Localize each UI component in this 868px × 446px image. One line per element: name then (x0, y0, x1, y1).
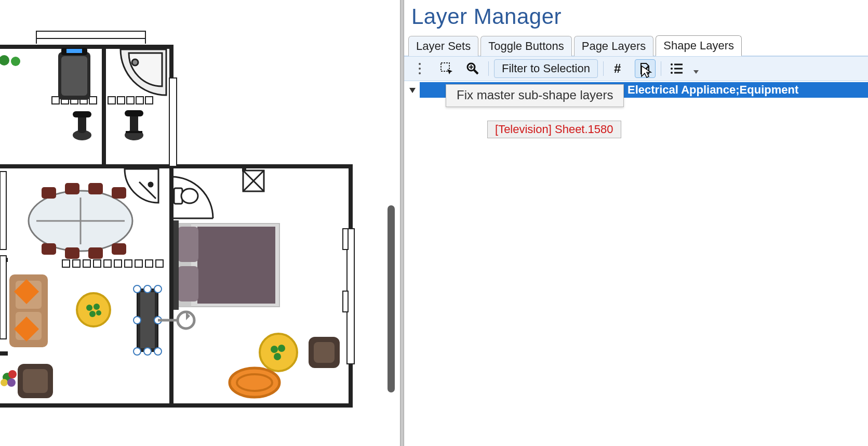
rug-round-yellow-shape (77, 293, 110, 326)
svg-rect-100 (314, 342, 335, 363)
svg-point-84 (1, 379, 8, 386)
dining-set-shape (29, 183, 132, 259)
toolbar-separator (603, 61, 604, 76)
tab-strip: Layer Sets Toggle Buttons Page Layers Sh… (404, 33, 868, 56)
svg-point-27 (149, 182, 153, 187)
svg-rect-103 (343, 229, 348, 250)
canvas-scrollbar-vertical[interactable] (388, 205, 395, 392)
svg-rect-18 (73, 260, 80, 267)
list-icon[interactable] (666, 59, 687, 78)
grip-vertical-icon[interactable] (410, 59, 431, 78)
shape-layers-tree[interactable]: Electrical Appliance;Equipment Fix maste… (404, 81, 868, 446)
tab-layer-sets[interactable]: Layer Sets (408, 36, 478, 56)
svg-rect-11 (89, 97, 97, 104)
fix-master-icon[interactable] (635, 59, 656, 78)
svg-rect-45 (125, 110, 143, 116)
svg-rect-0 (36, 31, 145, 38)
exercise-bike-shape (73, 111, 91, 140)
select-shapes-icon[interactable] (436, 59, 457, 78)
svg-point-72 (133, 348, 141, 355)
svg-rect-104 (343, 291, 348, 312)
dropdown-icon[interactable] (693, 70, 699, 74)
svg-rect-25 (145, 260, 153, 267)
svg-rect-81 (23, 369, 48, 393)
svg-text:#: # (614, 62, 621, 75)
tree-row-child[interactable]: [Television] Sheet.1580 (487, 121, 621, 138)
svg-rect-3 (0, 172, 6, 250)
svg-point-117 (671, 63, 673, 65)
svg-rect-37 (61, 56, 87, 96)
svg-rect-15 (136, 97, 143, 104)
svg-rect-92 (178, 266, 198, 301)
tab-shape-layers[interactable]: Shape Layers (656, 35, 742, 56)
tab-page-layers[interactable]: Page Layers (574, 36, 654, 56)
filter-to-selection-button[interactable]: Filter to Selection (494, 59, 598, 78)
bracket-close: ] (549, 123, 552, 136)
svg-rect-12 (108, 97, 115, 104)
svg-rect-42 (73, 111, 91, 117)
plant-shape (11, 57, 20, 66)
drawing-canvas[interactable] (0, 0, 400, 446)
svg-point-106 (419, 68, 421, 70)
svg-rect-20 (94, 260, 101, 267)
svg-point-74 (144, 285, 151, 293)
svg-rect-4 (0, 256, 6, 339)
child-master-name: Television (498, 123, 549, 136)
layer-manager-panel: Layer Manager Layer Sets Toggle Buttons … (404, 0, 868, 446)
svg-rect-51 (65, 183, 79, 194)
sofa-shape (9, 274, 48, 347)
svg-point-66 (89, 311, 96, 317)
svg-point-95 (260, 334, 297, 371)
svg-point-105 (419, 63, 421, 65)
tab-toggle-buttons[interactable]: Toggle Buttons (480, 36, 572, 56)
svg-rect-69 (140, 292, 155, 348)
svg-rect-52 (88, 183, 103, 194)
svg-rect-55 (65, 247, 79, 259)
treadmill-shape (58, 48, 90, 100)
exercise-bike-shape (125, 110, 143, 140)
svg-rect-21 (104, 260, 111, 267)
svg-point-35 (132, 59, 138, 65)
svg-rect-16 (145, 97, 153, 104)
svg-rect-90 (197, 227, 275, 304)
rug-round-yellow-shape (260, 334, 297, 371)
pane-divider[interactable] (400, 0, 404, 446)
hash-icon[interactable]: # (609, 59, 630, 78)
svg-rect-1 (169, 78, 177, 166)
selected-layer-label: Electrical Appliance;Equipment (627, 83, 798, 97)
svg-rect-17 (62, 260, 70, 267)
svg-rect-26 (156, 260, 163, 267)
svg-rect-56 (88, 247, 103, 259)
svg-rect-57 (112, 243, 126, 255)
svg-point-75 (144, 348, 151, 355)
svg-rect-93 (173, 220, 179, 310)
bed-shape (173, 220, 279, 310)
collapse-toggle-icon[interactable] (409, 88, 416, 93)
svg-point-85 (7, 378, 16, 387)
child-sheet-name: Sheet.1580 (555, 123, 613, 136)
toolbar-separator (488, 61, 489, 76)
svg-point-97 (278, 345, 285, 352)
svg-point-96 (271, 346, 278, 353)
floor-plan-svg (0, 0, 400, 446)
svg-point-83 (8, 370, 17, 378)
svg-line-110 (474, 70, 478, 74)
tooltip: Fix master sub-shape layers (446, 84, 624, 107)
svg-rect-19 (83, 260, 90, 267)
svg-rect-50 (42, 187, 56, 199)
svg-point-98 (274, 353, 281, 360)
svg-point-65 (94, 304, 100, 310)
zoom-icon[interactable] (462, 59, 483, 78)
svg-point-118 (671, 68, 673, 70)
svg-point-119 (671, 72, 673, 74)
svg-point-107 (419, 72, 421, 74)
plant-shape (0, 55, 9, 65)
toilet-shape (174, 188, 198, 204)
toolbar-separator (661, 61, 661, 76)
svg-point-67 (96, 310, 101, 316)
svg-point-86 (0, 55, 9, 65)
svg-point-73 (154, 348, 162, 355)
panel-title: Layer Manager (404, 2, 868, 33)
svg-point-87 (11, 57, 20, 66)
armchair-shape (309, 337, 340, 368)
